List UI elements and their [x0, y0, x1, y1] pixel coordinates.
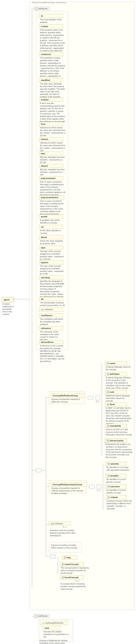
connector-line [58, 556, 58, 574]
plus-icon[interactable]: + [64, 556, 66, 559]
root-name: genre [4, 298, 10, 301]
attr-howuri-desc: Indicates by which means the value was e… [39, 141, 66, 152]
connector-line [46, 524, 49, 524]
elem-mainconcept-desc: The concept which is faceted by other co… [60, 566, 91, 575]
attr-typeuri: typeuri [39, 260, 63, 264]
connector-line [102, 363, 102, 456]
attr-pubconstrainturi-desc: One or many constraints that apply to pu… [39, 200, 66, 216]
cardinality: 0..∞ [96, 400, 99, 402]
attr-id: id [39, 14, 63, 18]
elem-facetconcept-desc: A concept which is faceting another conc… [60, 582, 91, 591]
minus-icon: − [35, 615, 38, 617]
attr-qcode-desc: A qualified code which identifies a conc… [39, 218, 66, 224]
attr-derivedfrom: derivedfrom [39, 340, 63, 344]
attr-how-desc: Indicates by which means the value was e… [39, 126, 66, 137]
minus-icon: − [35, 8, 38, 10]
plus-icon[interactable]: + [62, 563, 64, 566]
elem-name-desc: A natural language name for the concept. [105, 365, 132, 371]
attr-type-desc: The type of the concept assigned as cont… [39, 250, 66, 261]
attr-typeuri-desc: The type of the concept assigned as cont… [39, 264, 66, 276]
ranking-attributes-header: −attributes [34, 614, 50, 618]
attr-rank-desc: Indicates the relative importance of pro… [43, 630, 70, 638]
connector-line [12, 299, 30, 299]
attr-uri: uri [39, 225, 63, 229]
plus-icon[interactable]: + [107, 425, 109, 427]
attr-derivedfrom-desc: A reference to the concept from which th… [39, 344, 66, 363]
root-element: genre [2, 297, 14, 302]
ranking-desc: A group of attributes for ranking proper… [39, 639, 72, 644]
plus-icon[interactable]: + [62, 576, 64, 579]
attr-confidence-desc: The confidence with which the metadata h… [39, 318, 66, 326]
elem-related-desc: A related concept, where the relationshi… [106, 499, 133, 510]
elem-broader-desc: An identifier of a more generic concept. [106, 478, 133, 484]
cardinality: 0..∞ [76, 580, 79, 582]
ranking-group-name: grp rankingAttributes [40, 621, 68, 625]
attr-creator-desc: If the property value is not defined, sp… [39, 28, 66, 55]
attr-pubconstraint: pubconstraint [39, 176, 63, 180]
cardinality: 0..∞ [97, 489, 100, 492]
plus-icon[interactable]: + [108, 486, 110, 488]
elem-hierarchyinfo: +hierarchyInfo [105, 439, 127, 443]
attr-how: how [39, 122, 63, 126]
attr-pubconstrainturi: pubconstrainturi [39, 196, 64, 200]
plus-icon[interactable]: + [107, 391, 109, 394]
connector-line [46, 398, 46, 556]
plus-icon[interactable]: + [107, 440, 109, 442]
elem-definition: +definition [105, 372, 127, 376]
attr-howuri: howuri [39, 137, 63, 141]
elem-broader: +broader [106, 474, 126, 478]
elem-sameas-desc: An identifier of a concept with equivale… [106, 466, 133, 472]
attr-modified-desc: The date (and, optionally, the time) whe… [39, 82, 66, 98]
attr-why-desc: Why the metadata has been included - exp… [39, 156, 66, 164]
attr-why: why [39, 152, 63, 156]
concept-definition-group-name: ConceptDefinitionGroup [51, 394, 85, 398]
sequence-connector [88, 396, 93, 400]
elem-hierarchyinfo-desc: Represents the position of a concept in … [105, 443, 133, 459]
choice-connector [97, 484, 101, 489]
attr-confidence: confidence [39, 314, 63, 318]
existing-desc: A group of existing concepts which expre… [50, 544, 81, 550]
attr-xmllang: xml:lang [39, 276, 63, 280]
elem-sameas: +sameAs [106, 462, 126, 466]
sequence-connector [89, 485, 94, 488]
attr-id-desc: The local identifier of the property. [39, 18, 64, 24]
elem-related: +related [106, 495, 126, 500]
attr-literal-desc: A free-text value assigned as property v… [39, 239, 66, 245]
plus-icon[interactable]: + [108, 463, 110, 465]
attr-custom: custom [39, 98, 63, 102]
attr-dir: dir [39, 297, 63, 301]
attr-modified: modified [39, 78, 63, 82]
elem-any-other-desc: Extension point for provider-defined pro… [49, 529, 80, 537]
plus-icon[interactable]: + [107, 403, 109, 406]
connector-line [32, 9, 34, 9]
attr-creatoruri: creatoruri [39, 52, 63, 56]
elem-narrower: +narrower [106, 484, 126, 489]
attr-whyuri: whyuri [39, 164, 63, 168]
elem-name: +name [105, 361, 127, 366]
attr-rank: rank [43, 626, 60, 630]
elem-definition-desc: A natural language definition of the sem… [105, 376, 133, 390]
plus-icon[interactable]: + [107, 373, 109, 376]
connector-line [46, 486, 49, 487]
elem-note: +note [105, 390, 127, 394]
sequence-connector [36, 468, 42, 472]
connector-line [46, 398, 49, 398]
sequence-connector [50, 555, 56, 558]
plus-icon[interactable]: + [108, 496, 110, 499]
root-desc: A nature, intellectual or journalistic f… [2, 302, 17, 316]
plus-icon[interactable]: + [108, 475, 110, 477]
connector-line [32, 616, 34, 616]
extension-title: Flex1ConceptPropType (extension) [31, 1, 67, 4]
plus-icon[interactable]: + [107, 362, 109, 365]
any-prefix: any [41, 308, 45, 311]
elem-facet: +facet [105, 402, 127, 406]
diagram-root: genre A nature, intellectual or journali… [0, 0, 136, 644]
elem-remoteinfo-desc: A link to an item or a web resource whic… [105, 428, 133, 436]
attr-relevance: relevance [39, 326, 63, 330]
group-prefix: grp [42, 622, 45, 624]
attributes-header: −attributes [34, 7, 50, 10]
elem-note-desc: Additional natural language information … [105, 394, 133, 402]
elem-facetconcept: +facetConcept [60, 576, 84, 580]
attr-literal: literal [39, 235, 63, 239]
elem-bag: +bag [62, 556, 77, 560]
